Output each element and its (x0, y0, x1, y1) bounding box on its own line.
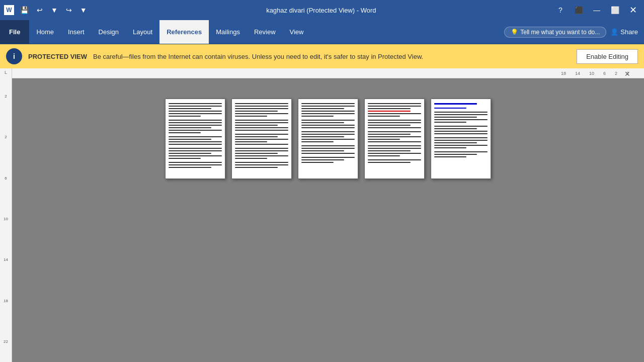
protected-view-message: Be careful—files from the Internet can c… (93, 53, 571, 60)
main-area: L 2 2 6 10 14 18 22 18 14 10 6 2 2 ✕ (0, 68, 644, 362)
share-label: Share (620, 28, 638, 36)
page-3 (298, 99, 358, 179)
undo-arrow[interactable]: ▼ (49, 5, 60, 15)
ribbon-display-button[interactable]: ⬛ (572, 3, 586, 17)
protected-view-bar: i PROTECTED VIEW Be careful—files from t… (0, 44, 644, 68)
restore-button[interactable]: ⬜ (608, 3, 622, 17)
tab-view[interactable]: View (283, 20, 311, 44)
tell-me-text: Tell me what you want to do... (520, 29, 600, 36)
word-icon: W (4, 5, 14, 15)
help-button[interactable]: ? (553, 3, 568, 17)
close-button[interactable]: ✕ (626, 3, 640, 17)
redo-button[interactable]: ↪ (64, 5, 74, 15)
tab-references[interactable]: References (159, 20, 209, 44)
page-1 (165, 99, 225, 179)
enable-editing-button[interactable]: Enable Editing (577, 49, 638, 64)
page-2 (231, 99, 292, 179)
window-title: kaghaz divari (Protected View) - Word (89, 7, 553, 14)
share-button[interactable]: 👤 Share (610, 28, 638, 36)
title-bar: W 💾 ↩ ▼ ↪ ▼ kaghaz divari (Protected Vie… (0, 0, 644, 20)
tab-review[interactable]: Review (247, 20, 283, 44)
ruler-left: L 2 2 6 10 14 18 22 (0, 68, 12, 362)
title-bar-left: W 💾 ↩ ▼ ↪ ▼ (4, 5, 89, 15)
protected-view-label: PROTECTED VIEW (28, 53, 87, 60)
tab-home[interactable]: Home (29, 20, 61, 44)
ruler-mark: L (5, 70, 7, 75)
ribbon-right: 💡 Tell me what you want to do... 👤 Share (504, 20, 644, 44)
tab-insert[interactable]: Insert (61, 20, 92, 44)
ruler-top: 18 14 10 6 2 2 ✕ (12, 68, 644, 78)
ribbon: File Home Insert Design Layout Reference… (0, 20, 644, 44)
save-button[interactable]: 💾 (18, 5, 31, 15)
pages-container (155, 78, 501, 199)
page-5 (431, 99, 491, 179)
title-bar-right: ? ⬛ — ⬜ ✕ (553, 3, 640, 17)
tab-design[interactable]: Design (92, 20, 126, 44)
shield-icon: i (6, 48, 22, 64)
page-4 (364, 99, 425, 179)
person-icon: 👤 (610, 28, 618, 36)
tab-mailings[interactable]: Mailings (209, 20, 247, 44)
tell-me-box[interactable]: 💡 Tell me what you want to do... (504, 27, 606, 38)
lightbulb-icon: 💡 (511, 29, 518, 36)
tab-layout[interactable]: Layout (126, 20, 159, 44)
document-area: 18 14 10 6 2 2 ✕ (12, 68, 644, 362)
ruler-top-numbers: 18 14 10 6 2 2 ✕ (561, 71, 629, 76)
minimize-button[interactable]: — (590, 3, 604, 17)
tab-file[interactable]: File (0, 20, 29, 44)
undo-button[interactable]: ↩ (35, 5, 45, 15)
quick-access-more[interactable]: ▼ (78, 5, 89, 15)
